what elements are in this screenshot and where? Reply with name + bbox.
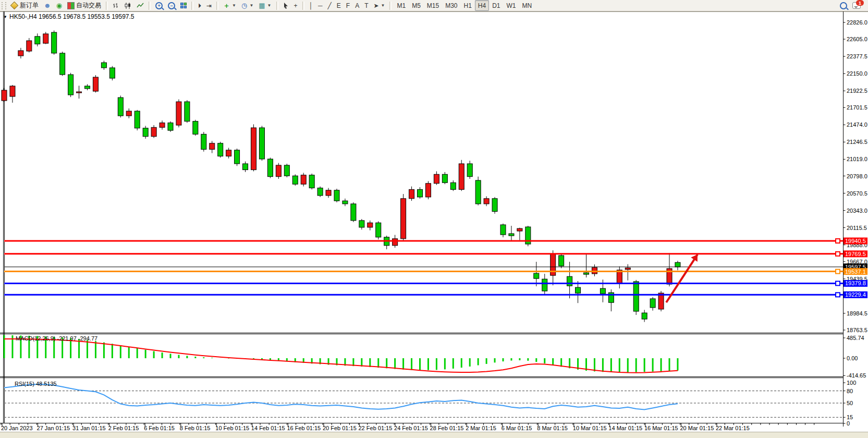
profile-button[interactable]: ☻ <box>41 0 54 11</box>
indicators-icon: ＋ <box>223 1 230 10</box>
equidistant-channel-button[interactable]: E <box>334 0 344 11</box>
signals-button[interactable]: ◉ <box>54 0 65 11</box>
candle-down <box>334 190 339 201</box>
bar-chart-button[interactable] <box>110 0 122 11</box>
candle-down <box>534 273 539 278</box>
toolbar-grip[interactable] <box>2 2 6 9</box>
tile-windows-button[interactable] <box>178 0 189 11</box>
candle-up <box>276 165 281 177</box>
line-chart-icon <box>137 3 144 9</box>
timeframe-m5[interactable]: M5 <box>409 0 424 11</box>
arrows-tool-icon: ➤ <box>374 2 379 9</box>
candle-down <box>135 111 140 128</box>
resistance-badge-text: 19940.5 <box>845 238 866 244</box>
price-tick-label: 21246.5 <box>847 139 867 145</box>
signals-icon: ◉ <box>56 3 62 9</box>
candle-down <box>467 164 472 177</box>
candle-down <box>168 123 173 131</box>
candle-down <box>675 262 680 267</box>
vertical-line-button[interactable]: │ <box>307 0 316 11</box>
crosshair-button[interactable]: + <box>291 0 300 11</box>
arrows-tool-button[interactable]: ➤▼ <box>371 0 388 11</box>
time-label: 14 Feb 01:15 <box>251 425 285 431</box>
chart-canvas[interactable]: 22826.022605.022377.522150.021922.521701… <box>0 11 868 438</box>
line-endpoint-marker[interactable] <box>836 270 840 274</box>
candle-up <box>126 111 131 116</box>
candle-down <box>85 86 90 89</box>
template-icon: ▦ <box>259 2 265 9</box>
timeframe-w1[interactable]: W1 <box>504 0 519 11</box>
candle-up <box>401 199 406 239</box>
chart-shift-button[interactable]: ⇥ <box>204 0 214 11</box>
timeframe-mn[interactable]: MN <box>519 0 535 11</box>
timeframe-h4[interactable]: H4 <box>475 0 489 11</box>
timeframe-m30[interactable]: M30 <box>442 0 460 11</box>
search-icon[interactable] <box>840 2 847 9</box>
chevron-down-icon: ▼ <box>267 3 272 8</box>
line-endpoint-marker[interactable] <box>836 293 840 297</box>
time-label: 8 Feb 01:15 <box>180 425 211 431</box>
price-tick-label: 22605.0 <box>847 36 867 42</box>
candle-down <box>109 68 115 78</box>
fibonacci-button[interactable]: F <box>344 0 352 11</box>
price-tick-label: 22150.0 <box>847 70 867 77</box>
candle-up <box>409 189 414 198</box>
candle-up <box>10 86 15 96</box>
macd-tick-label: 485.74 <box>847 335 864 341</box>
candle-down <box>343 201 348 204</box>
candlestick-chart-button[interactable] <box>122 0 134 11</box>
candle-up <box>517 228 522 231</box>
indicators-button[interactable]: ＋▼ <box>221 0 239 11</box>
trendline-button[interactable]: ╱ <box>325 0 334 11</box>
zoom-out-button[interactable]: − <box>165 0 178 11</box>
cursor-button[interactable] <box>280 0 291 11</box>
equidistant-channel-icon: E <box>337 2 341 9</box>
line-endpoint-marker[interactable] <box>836 281 840 285</box>
new-order-icon <box>10 2 19 10</box>
line-endpoint-marker[interactable] <box>836 239 840 243</box>
candle-down <box>475 180 481 204</box>
text-button[interactable]: A <box>352 0 362 11</box>
zoom-in-icon: + <box>155 2 163 9</box>
timeframe-m15[interactable]: M15 <box>424 0 442 11</box>
candle-down <box>359 221 364 227</box>
candle-down <box>201 134 206 149</box>
auto-scroll-button[interactable]: ⏵ <box>195 0 204 11</box>
templates-button[interactable]: ▦▼ <box>256 0 274 11</box>
candle-down <box>351 204 356 221</box>
timeframe-d1[interactable]: D1 <box>489 0 503 11</box>
support-badge-text: 19229.4 <box>845 291 866 298</box>
timeframe-h1[interactable]: H1 <box>461 0 475 11</box>
price-tick-label: 22377.5 <box>847 53 867 59</box>
candle-down <box>143 128 148 137</box>
support-badge-text: 19379.8 <box>845 280 866 286</box>
chart-title-overlay: ▼HK50-,H4 19656.5 19678.5 19553.5 19597.… <box>3 13 135 20</box>
time-label: 22 Mar 01:15 <box>716 425 750 431</box>
price-tick-label: 18984.5 <box>847 310 867 317</box>
new-order-button[interactable]: 新订单 <box>8 0 41 11</box>
periods-button[interactable]: ◷▼ <box>239 0 256 11</box>
candle-up <box>459 164 464 189</box>
candle-down <box>542 279 547 291</box>
candle-down <box>442 174 447 182</box>
time-axis: 20 Jan 202327 Jan 01:1531 Jan 01:152 Feb… <box>1 423 814 431</box>
candle-down <box>650 299 655 308</box>
line-chart-button[interactable] <box>134 0 146 11</box>
horizontal-line-button[interactable]: ─ <box>315 0 325 11</box>
candle-down <box>418 189 423 197</box>
auto-trading-icon <box>67 2 75 9</box>
toolbar-separator <box>149 2 151 10</box>
candle-up <box>93 77 98 91</box>
notifications-button[interactable]: 1 <box>852 2 861 9</box>
text-label-button[interactable]: T <box>362 0 371 11</box>
candle-down <box>52 32 57 53</box>
zoom-in-button[interactable]: + <box>153 0 165 11</box>
candle-down <box>68 75 74 95</box>
price-tick-label: 20115.5 <box>847 225 867 231</box>
chart-window[interactable]: 22826.022605.022377.522150.021922.521701… <box>0 11 868 438</box>
line-endpoint-marker[interactable] <box>836 252 840 256</box>
auto-trading-button[interactable]: 自动交易 <box>65 0 104 11</box>
time-label: 20 Feb 01:15 <box>323 425 357 431</box>
timeframe-m1[interactable]: M1 <box>394 0 409 11</box>
time-label: 31 Jan 01:15 <box>72 425 106 431</box>
